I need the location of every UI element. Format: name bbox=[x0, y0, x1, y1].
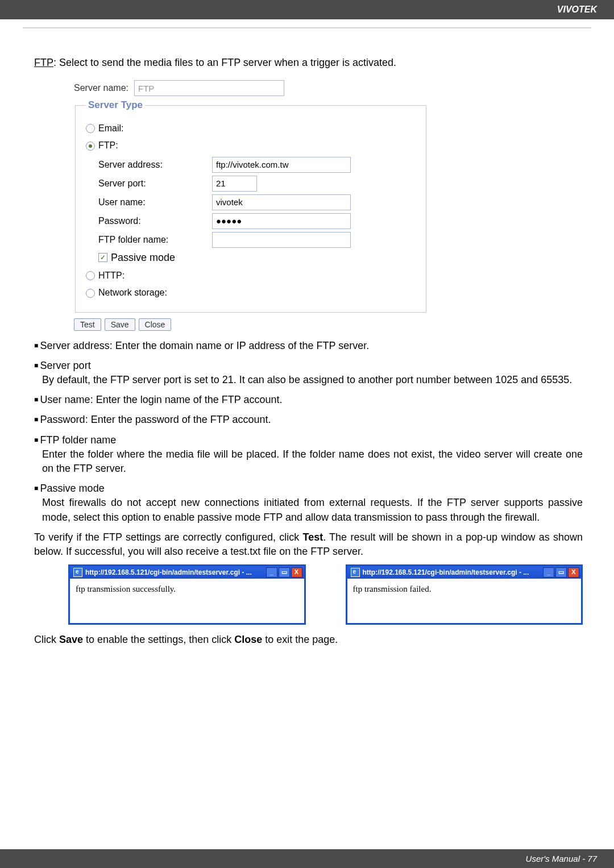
popup-fail: http://192.168.5.121/cgi-bin/admin/tests… bbox=[346, 564, 583, 625]
intro-ftp-tag: FTP bbox=[34, 57, 53, 68]
maximize-icon[interactable]: ▭ bbox=[555, 567, 567, 578]
intro-paragraph: FTP: Select to send the media files to a… bbox=[34, 56, 583, 70]
doc-final3: to exit the page. bbox=[262, 634, 338, 645]
minimize-icon[interactable]: _ bbox=[266, 567, 277, 578]
radio-ftp-label: FTP: bbox=[98, 139, 118, 152]
footer-text: User's Manual - 77 bbox=[0, 849, 614, 868]
doc-password: Password: Enter the password of the FTP … bbox=[34, 413, 583, 427]
ftp-server-address-label: Server address: bbox=[98, 159, 212, 171]
radio-email[interactable] bbox=[86, 124, 95, 133]
close-icon[interactable]: X bbox=[291, 567, 302, 578]
ftp-password-label: Password: bbox=[98, 215, 212, 227]
popup-fail-body: ftp transmission failed. bbox=[347, 579, 582, 623]
radio-http[interactable] bbox=[86, 271, 95, 280]
doc-passive-title: Passive mode bbox=[40, 483, 105, 494]
doc-verify-test: Test bbox=[302, 531, 323, 543]
ftp-folder-input[interactable] bbox=[212, 232, 351, 248]
maximize-icon[interactable]: ▭ bbox=[279, 567, 290, 578]
doc-final: Click Save to enable the settings, then … bbox=[34, 633, 583, 647]
server-name-input[interactable] bbox=[134, 80, 284, 96]
ftp-server-address-input[interactable] bbox=[212, 157, 351, 173]
radio-http-label: HTTP: bbox=[98, 269, 125, 282]
doc-verify: To verify if the FTP settings are correc… bbox=[34, 530, 583, 559]
doc-final1: Click bbox=[34, 634, 59, 645]
popup-success: http://192.168.5.121/cgi-bin/admin/tests… bbox=[68, 564, 306, 625]
passive-mode-checkbox[interactable] bbox=[98, 253, 107, 262]
header-brand: VIVOTEK bbox=[0, 0, 614, 19]
save-button[interactable]: Save bbox=[105, 318, 135, 331]
server-type-fieldset: Server Type Email: FTP: Server address: bbox=[75, 98, 426, 313]
doc-server-port-body: By default, the FTP server port is set t… bbox=[42, 374, 572, 385]
doc-server-port: Server port By default, the FTP server p… bbox=[34, 359, 583, 387]
doc-verify1: To verify if the FTP settings are correc… bbox=[34, 531, 302, 543]
doc-folder-body: Enter the folder where the media file wi… bbox=[42, 448, 583, 474]
doc-folder: FTP folder name Enter the folder where t… bbox=[34, 433, 583, 476]
radio-ftp[interactable] bbox=[86, 142, 95, 151]
radio-network-storage-label: Network storage: bbox=[98, 286, 167, 299]
radio-network-storage[interactable] bbox=[86, 289, 95, 298]
doc-user-name: User name: Enter the login name of the F… bbox=[34, 393, 583, 407]
doc-final-save: Save bbox=[59, 634, 83, 645]
ftp-user-name-input[interactable] bbox=[212, 194, 351, 210]
ftp-server-port-input[interactable] bbox=[212, 176, 257, 192]
ie-icon bbox=[351, 568, 360, 577]
doc-server-port-title: Server port bbox=[40, 360, 91, 371]
doc-server-address: Server address: Enter the domain name or… bbox=[34, 339, 583, 353]
doc-passive: Passive mode Most firewalls do not accep… bbox=[34, 481, 583, 525]
intro-text: : Select to send the media files to an F… bbox=[53, 57, 396, 68]
doc-final2: to enable the settings, then click bbox=[83, 634, 234, 645]
server-type-legend: Server Type bbox=[86, 98, 145, 112]
ftp-password-input[interactable] bbox=[212, 213, 351, 229]
close-icon[interactable]: X bbox=[568, 567, 579, 578]
popup-success-body: ftp transmission successfully. bbox=[70, 579, 304, 623]
close-button[interactable]: Close bbox=[139, 318, 172, 331]
radio-email-label: Email: bbox=[98, 122, 123, 135]
server-name-label: Server name: bbox=[74, 82, 128, 94]
ftp-server-port-label: Server port: bbox=[98, 177, 212, 190]
passive-mode-label: Passive mode bbox=[111, 251, 175, 265]
popup-success-title: http://192.168.5.121/cgi-bin/admin/tests… bbox=[85, 568, 266, 578]
minimize-icon[interactable]: _ bbox=[543, 567, 554, 578]
doc-folder-title: FTP folder name bbox=[40, 434, 117, 446]
doc-final-close: Close bbox=[234, 634, 262, 645]
ftp-folder-label: FTP folder name: bbox=[98, 234, 212, 246]
doc-passive-body: Most firewalls do not accept new connect… bbox=[42, 497, 583, 522]
ftp-user-name-label: User name: bbox=[98, 196, 212, 209]
popup-fail-title: http://192.168.5.121/cgi-bin/admin/tests… bbox=[363, 568, 544, 578]
ie-icon bbox=[73, 568, 82, 577]
test-button[interactable]: Test bbox=[74, 318, 101, 331]
